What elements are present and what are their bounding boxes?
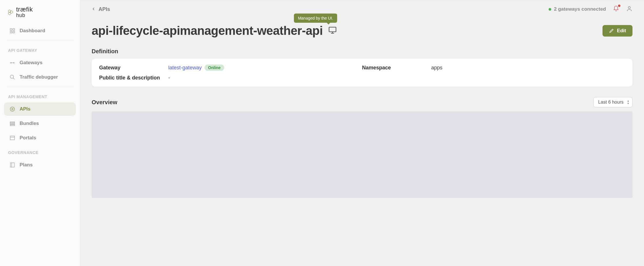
svg-point-9 bbox=[10, 75, 14, 79]
sidebar-section-api-gateway: API GATEWAY bbox=[0, 43, 80, 56]
definition-label-gateway: Gateway bbox=[99, 65, 168, 71]
main-content: APIs 2 gateways connected api-li bbox=[80, 0, 644, 266]
sidebar-item-bundles[interactable]: Bundles bbox=[4, 117, 76, 130]
svg-rect-15 bbox=[10, 136, 15, 140]
definition-label-namespace: Namespace bbox=[362, 65, 431, 71]
gateways-icon bbox=[9, 60, 16, 66]
sidebar-item-traffic-debugger[interactable]: Traffic debugger bbox=[4, 71, 76, 84]
tooltip: Managed by the UI. bbox=[294, 14, 337, 23]
logo-text: træfik hub bbox=[16, 6, 33, 18]
sidebar-item-label: Portals bbox=[20, 135, 36, 141]
definition-value-title-desc: - bbox=[168, 75, 362, 81]
svg-point-7 bbox=[10, 62, 11, 63]
definition-grid: Gateway latest-gateway Online Namespace … bbox=[99, 64, 625, 81]
svg-rect-18 bbox=[329, 27, 336, 32]
sidebar-item-label: Plans bbox=[20, 162, 33, 168]
online-badge: Online bbox=[205, 64, 224, 71]
sidebar-section-api-management: API MANAGEMENT bbox=[0, 89, 80, 102]
definition-label-title-desc: Public title & description bbox=[99, 75, 168, 81]
sidebar-item-label: Traffic debugger bbox=[20, 74, 58, 80]
select-caret-icon: ▲▼ bbox=[627, 100, 629, 105]
notifications-button[interactable] bbox=[613, 5, 619, 13]
sidebar: træfik hub Dashboard API GATEWAY Gateway… bbox=[0, 0, 80, 266]
search-icon bbox=[9, 74, 16, 80]
sidebar-item-dashboard[interactable]: Dashboard bbox=[4, 24, 76, 37]
overview-heading: Overview bbox=[92, 99, 117, 106]
svg-point-8 bbox=[13, 62, 14, 63]
overview-chart-area bbox=[92, 111, 632, 198]
page-content: api-lifecycle-apimanagement-weather-api … bbox=[80, 16, 644, 209]
gateway-status: 2 gateways connected bbox=[549, 6, 606, 12]
breadcrumb-label: APIs bbox=[99, 6, 110, 12]
notification-dot-icon bbox=[618, 5, 620, 7]
svg-rect-13 bbox=[10, 123, 15, 124]
sidebar-item-label: Gateways bbox=[20, 60, 42, 66]
status-text: 2 gateways connected bbox=[554, 6, 606, 12]
plans-icon bbox=[9, 162, 16, 168]
bundles-icon bbox=[9, 120, 16, 127]
svg-rect-16 bbox=[10, 163, 14, 167]
dashboard-icon bbox=[9, 28, 16, 34]
apis-icon bbox=[9, 106, 16, 112]
sidebar-item-apis[interactable]: APIs bbox=[4, 102, 76, 116]
svg-rect-5 bbox=[10, 31, 12, 33]
logo[interactable]: træfik hub bbox=[0, 3, 80, 24]
pencil-icon bbox=[609, 28, 614, 33]
sidebar-item-portals[interactable]: Portals bbox=[4, 131, 76, 145]
svg-point-11 bbox=[12, 109, 13, 110]
edit-button[interactable]: Edit bbox=[603, 25, 632, 37]
topbar: APIs 2 gateways connected bbox=[80, 0, 644, 16]
svg-rect-14 bbox=[10, 125, 15, 126]
topbar-right: 2 gateways connected bbox=[549, 5, 632, 13]
time-range-value: Last 6 hours bbox=[598, 100, 624, 105]
title-row: api-lifecycle-apimanagement-weather-api … bbox=[92, 24, 632, 38]
sidebar-section-governance: GOVERNANCE bbox=[0, 145, 80, 158]
divider bbox=[6, 40, 74, 41]
overview-header: Overview Last 6 hours ▲▼ bbox=[92, 97, 632, 107]
user-icon bbox=[626, 5, 632, 12]
divider bbox=[6, 87, 74, 87]
chevron-left-icon bbox=[92, 6, 96, 12]
sidebar-item-label: Dashboard bbox=[20, 28, 45, 34]
svg-rect-6 bbox=[13, 31, 15, 33]
page-title: api-lifecycle-apimanagement-weather-api bbox=[92, 24, 323, 38]
monitor-icon bbox=[328, 26, 337, 35]
svg-rect-4 bbox=[13, 29, 15, 31]
edit-button-label: Edit bbox=[617, 28, 626, 34]
breadcrumb-back[interactable]: APIs bbox=[92, 6, 110, 12]
logo-icon bbox=[7, 9, 14, 15]
definition-value-gateway: latest-gateway Online bbox=[168, 64, 362, 71]
definition-value-namespace: apps bbox=[431, 65, 625, 71]
sidebar-item-label: APIs bbox=[20, 106, 31, 112]
time-range-select[interactable]: Last 6 hours ▲▼ bbox=[593, 97, 632, 107]
svg-rect-3 bbox=[10, 29, 12, 31]
sidebar-item-gateways[interactable]: Gateways bbox=[4, 56, 76, 69]
gateway-link[interactable]: latest-gateway bbox=[168, 65, 202, 71]
portals-icon bbox=[9, 135, 16, 141]
svg-point-10 bbox=[10, 107, 15, 111]
title-left: api-lifecycle-apimanagement-weather-api … bbox=[92, 24, 337, 38]
svg-point-17 bbox=[628, 7, 630, 9]
definition-card: Gateway latest-gateway Online Namespace … bbox=[92, 59, 632, 87]
managed-by-ui-indicator[interactable]: Managed by the UI. bbox=[328, 26, 337, 36]
definition-heading: Definition bbox=[92, 48, 632, 55]
user-menu-button[interactable] bbox=[626, 5, 632, 13]
svg-rect-12 bbox=[10, 122, 15, 123]
sidebar-item-label: Bundles bbox=[20, 121, 39, 126]
status-dot-icon bbox=[549, 8, 551, 11]
sidebar-item-plans[interactable]: Plans bbox=[4, 158, 76, 172]
